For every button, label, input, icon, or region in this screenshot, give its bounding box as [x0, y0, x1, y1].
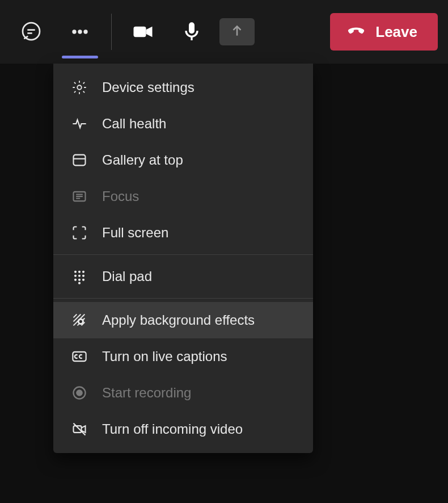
record-icon — [70, 384, 88, 402]
chat-button[interactable] — [10, 13, 52, 51]
svg-line-27 — [74, 315, 77, 318]
svg-point-26 — [78, 282, 81, 284]
menu-item-turn-off-incoming-video[interactable]: Turn off incoming video — [53, 411, 313, 447]
menu-item-device-settings[interactable]: Device settings — [53, 69, 313, 106]
svg-point-24 — [78, 279, 81, 281]
menu-separator — [53, 254, 313, 255]
svg-line-38 — [74, 424, 86, 435]
share-screen-button[interactable] — [219, 18, 255, 45]
svg-point-22 — [82, 275, 84, 277]
svg-point-3 — [72, 30, 76, 33]
menu-item-full-screen[interactable]: Full screen — [53, 215, 313, 251]
camera-toggle-button[interactable] — [122, 13, 164, 51]
menu-item-gallery-top[interactable]: Gallery at top — [53, 142, 313, 178]
more-icon — [69, 20, 91, 43]
svg-point-19 — [82, 271, 84, 273]
menu-item-start-recording: Start recording — [53, 375, 313, 411]
menu-item-label: Turn off incoming video — [102, 421, 243, 437]
menu-item-live-captions[interactable]: Turn on live captions — [53, 338, 313, 375]
svg-rect-7 — [189, 22, 195, 33]
menu-item-label: Call health — [102, 116, 166, 132]
mic-toggle-button[interactable] — [171, 13, 213, 51]
svg-point-18 — [78, 271, 81, 273]
leave-call-button[interactable]: Leave — [330, 13, 438, 51]
camera-icon — [130, 19, 155, 44]
call-toolbar: Leave — [0, 0, 448, 64]
menu-item-label: Dial pad — [102, 269, 152, 284]
menu-item-label: Turn on live captions — [102, 349, 227, 364]
more-actions-button[interactable] — [59, 13, 101, 51]
menu-item-label: Start recording — [102, 385, 191, 401]
svg-point-10 — [77, 85, 81, 89]
dialpad-icon — [70, 267, 88, 286]
captions-icon — [70, 347, 88, 366]
background-effects-icon — [70, 311, 88, 329]
menu-item-call-health[interactable]: Call health — [53, 106, 313, 142]
chat-icon — [20, 20, 43, 43]
fullscreen-icon — [70, 224, 88, 242]
menu-item-label: Device settings — [102, 79, 195, 95]
menu-item-label: Gallery at top — [102, 152, 183, 168]
toolbar-divider — [111, 14, 112, 50]
svg-rect-11 — [74, 155, 86, 166]
svg-point-36 — [77, 390, 82, 395]
more-actions-menu: Device settings Call health Gallery at t… — [53, 64, 313, 453]
share-icon — [230, 23, 244, 40]
gear-icon — [70, 78, 88, 97]
menu-item-label: Apply background effects — [102, 312, 255, 328]
menu-item-label: Focus — [102, 188, 139, 204]
menu-separator — [53, 298, 313, 299]
menu-item-background-effects[interactable]: Apply background effects — [53, 302, 313, 338]
menu-item-dial-pad[interactable]: Dial pad — [53, 258, 313, 295]
video-off-icon — [70, 420, 88, 438]
svg-point-25 — [82, 279, 84, 281]
svg-point-21 — [78, 275, 81, 277]
heartbeat-icon — [70, 115, 88, 133]
svg-point-20 — [74, 275, 77, 277]
focus-icon — [70, 187, 88, 206]
svg-point-17 — [74, 271, 77, 273]
svg-point-5 — [83, 30, 87, 33]
menu-item-label: Full screen — [102, 225, 168, 241]
svg-point-4 — [78, 30, 82, 33]
leave-label: Leave — [375, 23, 417, 41]
hangup-icon — [346, 20, 366, 44]
gallery-icon — [70, 151, 88, 169]
svg-point-23 — [74, 279, 77, 281]
menu-item-focus: Focus — [53, 178, 313, 215]
mic-icon — [180, 20, 203, 43]
svg-rect-6 — [134, 27, 146, 37]
